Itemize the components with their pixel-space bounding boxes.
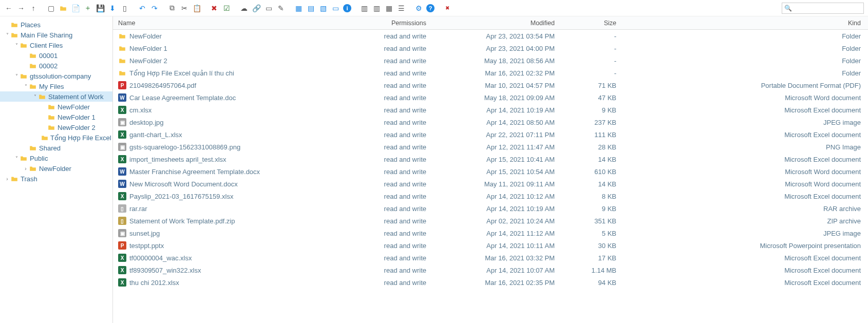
column-headers: Name Permissions Modified Size Kind <box>113 16 868 30</box>
twisty-icon[interactable]: ˅ <box>23 84 29 89</box>
tiles-icon[interactable]: ▦ <box>294 4 303 13</box>
info-icon[interactable]: i <box>343 4 351 12</box>
twisty-icon[interactable]: › <box>23 166 29 172</box>
tree-item[interactable]: 00002 <box>0 61 112 71</box>
rename-icon[interactable]: ▯ <box>120 4 129 13</box>
file-row[interactable]: ▣desktop.jpgread and writeApr 14, 2021 0… <box>113 116 868 128</box>
tree-item[interactable]: ˅Public <box>0 153 112 163</box>
file-row[interactable]: Ptestppt.pptxread and writeApr 14, 2021 … <box>113 239 868 252</box>
file-mod: Apr 23, 2021 04:00 PM <box>431 45 560 52</box>
col-header-permissions[interactable]: Permissions <box>349 20 431 27</box>
file-row[interactable]: Xthu chi 2012.xlsxread and writeMar 16, … <box>113 276 868 289</box>
twisty-icon[interactable]: ˅ <box>32 94 38 100</box>
file-row[interactable]: ▣gsts-squarelogo-1562331008869.pngread a… <box>113 141 868 153</box>
new-file-icon[interactable]: 📄 <box>71 4 80 13</box>
tree-item[interactable]: Tổng Hợp File Excel quản l <box>0 132 112 143</box>
help-icon[interactable]: ? <box>426 4 435 12</box>
link-icon[interactable]: 🔗 <box>252 4 261 13</box>
folder-icon <box>20 155 28 162</box>
paste-icon[interactable]: 📋 <box>192 4 201 13</box>
edit-icon[interactable]: ✎ <box>276 4 286 13</box>
doc-icon: W <box>118 180 126 188</box>
file-row[interactable]: Xcm.xlsxread and writeApr 14, 2021 10:19… <box>113 104 868 116</box>
list-icon[interactable]: ☰ <box>397 4 406 13</box>
tree-item[interactable]: ›NewFolder <box>0 163 112 174</box>
sort2-icon[interactable]: ▥ <box>372 4 381 13</box>
file-row[interactable]: Ximport_timesheets april_test.xlsxread a… <box>113 153 868 165</box>
search-input[interactable] <box>794 5 861 12</box>
twisty-icon[interactable]: ˅ <box>13 73 20 79</box>
rename2-icon[interactable]: ▭ <box>264 4 273 13</box>
twisty-icon[interactable]: ˅ <box>13 43 20 48</box>
tree-item[interactable]: ˅Client Files <box>0 40 112 50</box>
share-icon[interactable]: ☁ <box>239 4 249 13</box>
file-perm: read and write <box>349 193 431 200</box>
file-row[interactable]: ▯rar.rarread and writeApr 14, 2021 10:19… <box>113 202 868 215</box>
copy-icon[interactable]: ⧉ <box>167 4 177 13</box>
tree-item[interactable]: ˅gtssolution-company <box>0 71 112 81</box>
twisty-icon[interactable]: ˅ <box>4 32 10 38</box>
tree-item[interactable]: NewFolder <box>0 102 112 112</box>
file-mod: Apr 02, 2021 10:24 AM <box>431 217 560 225</box>
add-icon[interactable]: ＋ <box>83 4 92 13</box>
file-name: Car Lease Agreement Template.doc <box>129 94 236 102</box>
tree-item[interactable]: ›Trash <box>0 174 112 184</box>
grid2-icon[interactable]: ▦ <box>384 4 393 13</box>
col-header-name[interactable]: Name <box>113 20 349 27</box>
new-folder-icon[interactable] <box>59 4 68 13</box>
select-all-icon[interactable]: ☑ <box>222 4 231 13</box>
redo-icon[interactable]: ↷ <box>150 4 159 13</box>
file-row[interactable]: ▣sunset.jpgread and writeApr 14, 2021 11… <box>113 227 868 239</box>
folder-icon <box>10 31 18 39</box>
doc-icon: W <box>118 93 126 102</box>
forward-icon[interactable]: → <box>16 4 26 13</box>
file-name: tf00000004_wac.xlsx <box>129 254 192 262</box>
delete-icon[interactable]: ✖ <box>210 4 219 13</box>
tree-item[interactable]: NewFolder 1 <box>0 112 112 122</box>
tree-item[interactable]: Places <box>0 20 112 30</box>
undo-icon[interactable]: ↶ <box>138 4 147 13</box>
slideshow-icon[interactable]: ▭ <box>331 4 340 13</box>
file-kind: RAR archive <box>621 205 868 213</box>
col-header-modified[interactable]: Modified <box>431 20 560 27</box>
file-row[interactable]: NewFolder 1read and writeApr 23, 2021 04… <box>113 42 868 54</box>
file-row[interactable]: WMaster Franchise Agreement Template.doc… <box>113 165 868 178</box>
tree-item[interactable]: ˅Main File Sharing <box>0 30 112 40</box>
file-row[interactable]: NewFolder 2read and writeMay 18, 2021 08… <box>113 54 868 67</box>
tree-item[interactable]: ˅My Files <box>0 81 112 91</box>
file-row[interactable]: NewFolderread and writeApr 23, 2021 03:5… <box>113 30 868 42</box>
download-icon[interactable]: ⬇ <box>108 4 117 13</box>
file-row[interactable]: Xtf89309507_win322.xlsxread and writeApr… <box>113 264 868 276</box>
tree-item[interactable]: NewFolder 2 <box>0 122 112 132</box>
file-row[interactable]: XPayslip_2021-03_1617675159.xlsxread and… <box>113 190 868 202</box>
twisty-icon[interactable]: ˅ <box>13 156 20 161</box>
doc-icon: W <box>118 167 126 176</box>
file-row[interactable]: ▯Statement of Work Template.pdf.zipread … <box>113 215 868 227</box>
tree-item[interactable]: 00001 <box>0 50 112 61</box>
twisty-icon[interactable]: › <box>4 176 10 182</box>
sort1-icon[interactable]: ▥ <box>360 4 369 13</box>
col-header-kind[interactable]: Kind <box>621 20 868 27</box>
search-box[interactable]: 🔍 <box>782 3 864 14</box>
file-row[interactable]: Xtf00000004_wac.xlsxread and writeMar 16… <box>113 252 868 264</box>
close-icon[interactable]: ✖ <box>443 4 452 13</box>
col-header-size[interactable]: Size <box>560 20 621 27</box>
file-row[interactable]: P210498264957064.pdfread and writeMar 10… <box>113 79 868 91</box>
tree-item-label: NewFolder 1 <box>58 113 96 121</box>
file-row[interactable]: WCar Lease Agreement Template.docread an… <box>113 91 868 104</box>
tree-item[interactable]: ˅Statement of Work <box>0 91 112 102</box>
new-window-icon[interactable]: ▢ <box>46 4 55 13</box>
file-row[interactable]: WNew Microsoft Word Document.docxread an… <box>113 178 868 190</box>
grid-icon[interactable]: ▤ <box>306 4 315 13</box>
settings-icon[interactable]: ⚙ <box>414 4 423 13</box>
tree-item[interactable]: Shared <box>0 143 112 153</box>
file-row[interactable]: Tổng Hợp File Excel quản lí thu chiread … <box>113 67 868 79</box>
file-name: testppt.pptx <box>129 242 164 250</box>
up-icon[interactable]: ↑ <box>29 4 38 13</box>
file-row[interactable]: Xgantt-chart_L.xlsxread and writeApr 22,… <box>113 128 868 141</box>
save-icon[interactable]: 💾 <box>96 4 105 13</box>
back-icon[interactable]: ← <box>4 4 13 13</box>
file-name: New Microsoft Word Document.docx <box>129 180 238 188</box>
thumbs-icon[interactable]: ▧ <box>318 4 328 13</box>
cut-icon[interactable]: ✂ <box>180 4 189 13</box>
